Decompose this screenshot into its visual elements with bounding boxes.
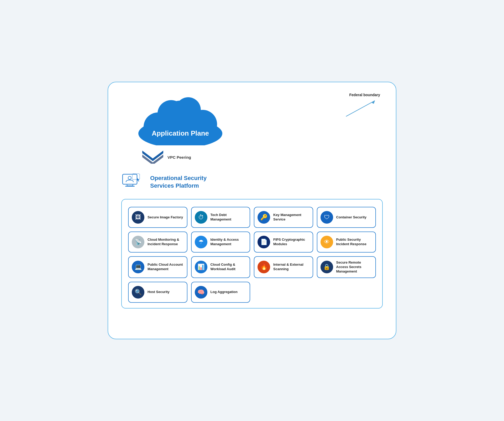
- tile-icon-secure-remote-access: 🔒: [321, 261, 333, 273]
- tile-cloud-config-workload: 📊 Cloud Config & Workload Audit: [191, 256, 250, 278]
- tile-icon-container-security: 🛡: [321, 211, 333, 224]
- tile-public-cloud-account: 💻 Public Cloud Account Management: [128, 256, 187, 278]
- federal-boundary-section: Federal boundary: [343, 93, 380, 119]
- svg-line-0: [346, 101, 375, 116]
- tile-label-key-management-service: Key Management Service: [273, 213, 309, 222]
- tile-host-security: 🔍 Host Security: [128, 282, 187, 303]
- tile-label-cloud-config-workload: Cloud Config & Workload Audit: [211, 263, 247, 271]
- tile-label-tech-debt-management: Tech Debt Management: [211, 213, 247, 222]
- cloud-shape-container: Application Plane: [132, 93, 229, 145]
- tile-icon-internal-external-scanning: 🔥: [258, 261, 270, 273]
- tile-tech-debt-management: ⏱ Tech Debt Management: [191, 207, 250, 228]
- tile-label-secure-image-factory: Secure Image Factory: [148, 215, 183, 220]
- tile-label-container-security: Container Security: [336, 215, 367, 220]
- ops-platform-title: Operational Security Services Platform: [150, 174, 224, 189]
- ops-platform-header: Operational Security Services Platform: [121, 172, 383, 193]
- tile-icon-tech-debt-management: ⏱: [195, 211, 207, 224]
- tile-cloud-monitoring: 📡 Cloud Monitoring & Incident Response: [128, 232, 187, 253]
- tile-internal-external-scanning: 🔥 Internal & External Scanning: [254, 256, 313, 278]
- vpc-label: VPC Peering: [167, 155, 191, 160]
- federal-boundary-label: Federal boundary: [349, 93, 380, 97]
- tile-fips-cryptographic: 📄 FIPS Cryptographic Modules: [254, 232, 313, 253]
- tile-icon-cloud-monitoring: 📡: [132, 236, 144, 248]
- cloud-svg: [132, 93, 229, 145]
- tile-icon-log-aggregation: 🧠: [195, 286, 207, 299]
- tile-public-security-incident: 👁 Public Security Incident Response: [317, 232, 376, 253]
- svg-rect-14: [132, 174, 140, 179]
- tile-label-public-cloud-account: Public Cloud Account Management: [148, 263, 184, 271]
- svg-rect-12: [125, 186, 135, 187]
- tile-icon-identity-access-management: ☂: [195, 236, 207, 248]
- tile-container-security: 🛡 Container Security: [317, 207, 376, 228]
- svg-rect-11: [127, 184, 133, 186]
- last-row: 🔍 Host Security 🧠 Log Aggregation: [128, 282, 250, 303]
- svg-point-13: [128, 176, 131, 179]
- tile-label-identity-access-management: Identity & Access Management: [211, 238, 247, 247]
- ops-icon-svg: [121, 172, 145, 193]
- tile-key-management-service: 🔑 Key Management Service: [254, 207, 313, 228]
- tile-label-fips-cryptographic: FIPS Cryptographic Modules: [273, 238, 309, 247]
- tile-label-public-security-incident: Public Security Incident Response: [336, 238, 372, 247]
- tile-icon-fips-cryptographic: 📄: [258, 236, 270, 248]
- chevron-svg: [142, 151, 163, 164]
- tile-log-aggregation: 🧠 Log Aggregation: [191, 282, 250, 303]
- vpc-section: VPC Peering: [142, 151, 383, 164]
- tile-icon-host-security: 🔍: [132, 286, 144, 299]
- tile-identity-access-management: ☂ Identity & Access Management: [191, 232, 250, 253]
- svg-marker-15: [137, 178, 139, 182]
- tile-label-log-aggregation: Log Aggregation: [211, 290, 238, 294]
- tile-label-secure-remote-access: Secure Remote Access Secrets Management: [336, 260, 372, 274]
- main-container: Federal boundary Application Plane: [108, 82, 396, 339]
- tile-icon-key-management-service: 🔑: [258, 211, 270, 224]
- tile-label-internal-external-scanning: Internal & External Scanning: [273, 263, 309, 271]
- tile-secure-remote-access: 🔒 Secure Remote Access Secrets Managemen…: [317, 256, 376, 278]
- tile-icon-cloud-config-workload: 📊: [195, 261, 207, 273]
- tile-secure-image-factory: 🖼 Secure Image Factory: [128, 207, 187, 228]
- tile-label-host-security: Host Security: [148, 290, 170, 294]
- tile-icon-public-security-incident: 👁: [321, 236, 333, 248]
- tile-icon-public-cloud-account: 💻: [132, 261, 144, 273]
- tile-icon-secure-image-factory: 🖼: [132, 211, 144, 224]
- cloud-label: Application Plane: [152, 129, 209, 137]
- svg-point-7: [176, 97, 201, 122]
- tile-label-cloud-monitoring: Cloud Monitoring & Incident Response: [148, 238, 184, 247]
- services-grid: 🖼 Secure Image Factory ⏱ Tech Debt Manag…: [128, 207, 376, 303]
- federal-boundary-arrow: [343, 98, 380, 119]
- platform-box: 🖼 Secure Image Factory ⏱ Tech Debt Manag…: [121, 199, 383, 309]
